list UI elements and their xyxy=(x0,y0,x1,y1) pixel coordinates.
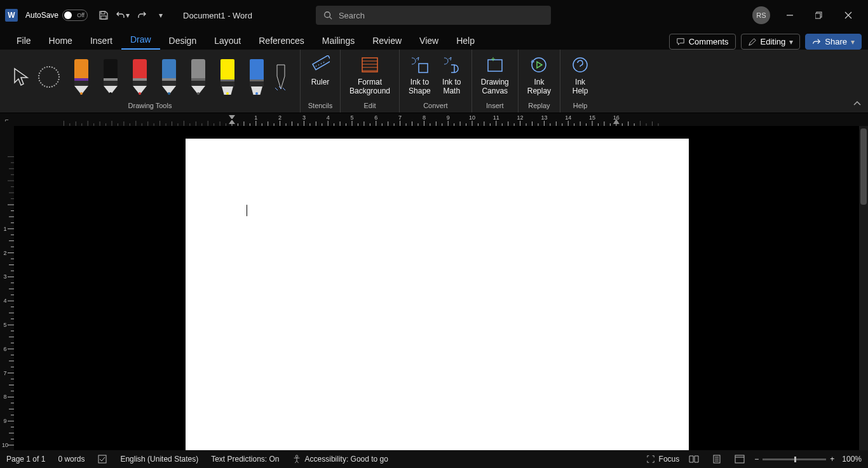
accessibility-status[interactable]: Accessibility: Good to go xyxy=(292,455,388,464)
group-label: Replay xyxy=(522,100,556,111)
document-area[interactable] xyxy=(14,126,868,450)
svg-rect-1 xyxy=(101,16,106,19)
svg-rect-6 xyxy=(362,58,377,72)
svg-text:1: 1 xyxy=(3,226,6,232)
group-edit: Format Background Edit xyxy=(341,50,400,113)
share-button[interactable]: Share ▾ xyxy=(805,34,862,50)
ribbon-tabs: FileHomeInsertDrawDesignLayoutReferences… xyxy=(0,31,868,50)
autosave-control[interactable]: AutoSave Off xyxy=(25,10,88,21)
maximize-button[interactable] xyxy=(804,0,834,31)
ruler-corner: ⌐ xyxy=(0,113,14,126)
zoom-slider[interactable] xyxy=(763,458,826,460)
format-background-button[interactable]: Format Background xyxy=(344,52,395,100)
pen-thin-orange[interactable] xyxy=(72,59,90,95)
svg-text:6: 6 xyxy=(3,346,6,352)
svg-text:4: 4 xyxy=(327,114,330,121)
share-icon xyxy=(812,38,821,46)
group-label: Insert xyxy=(476,100,514,111)
ink-help-icon xyxy=(571,55,589,75)
tab-draw[interactable]: Draw xyxy=(121,31,160,50)
ink-replay-button[interactable]: Ink Replay xyxy=(522,52,556,100)
svg-text:2: 2 xyxy=(3,250,6,256)
svg-rect-4 xyxy=(815,13,820,18)
group-convert: Ink to Shape Ink to Math Convert xyxy=(400,50,472,113)
tab-mailings[interactable]: Mailings xyxy=(313,32,363,50)
pen-red[interactable] xyxy=(131,59,149,95)
search-box[interactable]: Search xyxy=(316,6,551,25)
page-count[interactable]: Page 1 of 1 xyxy=(6,455,45,464)
svg-text:5: 5 xyxy=(350,114,353,121)
collapse-ribbon-icon[interactable] xyxy=(853,100,862,109)
tab-review[interactable]: Review xyxy=(363,32,410,50)
chevron-down-icon: ▾ xyxy=(126,11,130,20)
svg-text:7: 7 xyxy=(398,114,402,121)
zoom-level[interactable]: 100% xyxy=(842,455,862,464)
autosave-label: AutoSave xyxy=(25,11,58,20)
focus-mode-button[interactable]: Focus xyxy=(646,455,680,464)
search-icon xyxy=(323,11,332,20)
ruler-label: Ruler xyxy=(311,78,330,86)
svg-point-10 xyxy=(573,58,587,72)
zoom-control[interactable]: − + 100% xyxy=(754,455,862,464)
horizontal-ruler[interactable]: 12345678910111213141516 xyxy=(14,113,868,126)
lasso-select-tool[interactable] xyxy=(38,66,60,88)
zoom-out-icon[interactable]: − xyxy=(754,455,759,464)
save-icon[interactable] xyxy=(95,7,112,24)
svg-text:7: 7 xyxy=(3,370,6,376)
tab-help[interactable]: Help xyxy=(447,32,484,50)
close-button[interactable] xyxy=(834,0,863,31)
focus-icon xyxy=(646,455,655,464)
spellcheck-icon[interactable] xyxy=(97,454,107,464)
pen-highlighter-blue[interactable] xyxy=(248,59,266,95)
pen-black[interactable] xyxy=(102,59,119,95)
scrollbar-thumb[interactable] xyxy=(860,128,867,205)
svg-rect-0 xyxy=(101,11,105,14)
action-pen-tool[interactable] xyxy=(272,59,290,95)
vertical-scrollbar[interactable] xyxy=(859,126,868,450)
minimize-button[interactable] xyxy=(775,0,804,31)
chevron-down-icon: ▾ xyxy=(789,38,793,46)
svg-point-9 xyxy=(532,58,546,72)
web-layout-icon[interactable] xyxy=(731,452,748,466)
comments-button[interactable]: Comments xyxy=(669,34,736,50)
ink-to-math-icon xyxy=(442,55,461,75)
print-layout-icon[interactable] xyxy=(709,452,725,466)
text-predictions-status[interactable]: Text Predictions: On xyxy=(211,455,279,464)
tab-home[interactable]: Home xyxy=(40,32,81,50)
tab-insert[interactable]: Insert xyxy=(81,32,121,50)
word-count[interactable]: 0 words xyxy=(58,455,85,464)
user-avatar[interactable]: RS xyxy=(752,6,770,24)
zoom-in-icon[interactable]: + xyxy=(830,455,834,464)
tab-design[interactable]: Design xyxy=(160,32,206,50)
svg-rect-8 xyxy=(488,60,502,71)
vertical-ruler[interactable]: 1234567891011 xyxy=(0,126,14,450)
ruler-button[interactable]: Ruler xyxy=(304,52,336,100)
svg-text:9: 9 xyxy=(3,418,6,424)
editing-mode-button[interactable]: Editing ▾ xyxy=(741,34,801,50)
drawing-canvas-button[interactable]: Drawing Canvas xyxy=(476,52,514,100)
page[interactable] xyxy=(186,139,689,450)
pen-highlighter-yellow[interactable] xyxy=(219,59,236,95)
undo-icon[interactable]: ▾ xyxy=(114,7,131,24)
accessibility-icon xyxy=(292,455,301,464)
ink-to-shape-button[interactable]: Ink to Shape xyxy=(403,52,436,100)
autosave-toggle[interactable]: Off xyxy=(62,10,88,21)
customize-qat-icon[interactable]: ▾ xyxy=(153,7,169,24)
select-tool[interactable] xyxy=(10,66,32,88)
pen-pencil[interactable] xyxy=(189,59,207,95)
svg-text:3: 3 xyxy=(302,114,306,121)
ink-replay-icon xyxy=(530,55,548,75)
group-label: Drawing Tools xyxy=(4,100,296,111)
ink-to-math-button[interactable]: Ink to Math xyxy=(436,52,468,100)
tab-layout[interactable]: Layout xyxy=(205,32,250,50)
tab-references[interactable]: References xyxy=(250,32,313,50)
read-mode-icon[interactable] xyxy=(686,452,702,466)
language-status[interactable]: English (United States) xyxy=(120,455,198,464)
pen-galaxy[interactable] xyxy=(160,59,178,95)
svg-text:10: 10 xyxy=(2,442,8,448)
tab-view[interactable]: View xyxy=(410,32,447,50)
ruler-icon xyxy=(311,55,330,75)
redo-icon[interactable] xyxy=(133,7,150,24)
ink-help-button[interactable]: Ink Help xyxy=(564,52,596,100)
tab-file[interactable]: File xyxy=(8,32,40,50)
